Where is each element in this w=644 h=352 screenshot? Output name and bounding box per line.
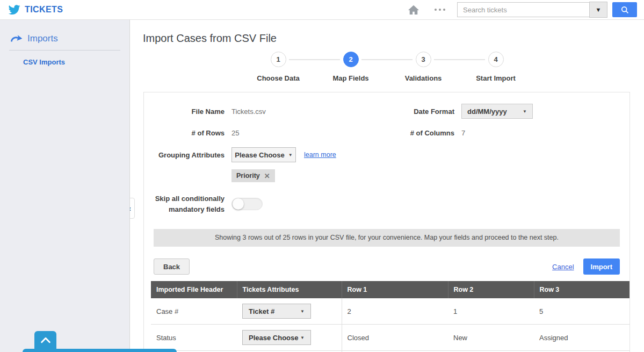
- date-format-label: Date Format: [366, 107, 454, 116]
- toggle-knob: [233, 198, 244, 210]
- brand-name: TICKETS: [25, 5, 63, 15]
- tag-label: Priority: [236, 172, 260, 179]
- import-settings-panel: File Name Tickets.csv Date Format dd/MM/…: [143, 92, 630, 352]
- step-label: Start Import: [476, 74, 516, 82]
- field-mapping-table: Imported File Header Tickets Attributes …: [151, 281, 629, 352]
- cancel-link[interactable]: Cancel: [552, 263, 574, 271]
- sidebar-collapse-button[interactable]: ‹: [130, 198, 135, 219]
- search-input[interactable]: [457, 2, 590, 17]
- grouping-attributes-label: Grouping Attributes: [154, 151, 225, 159]
- row3-cell: Assigned: [534, 325, 629, 351]
- mapping-dropdown[interactable]: Please Choose ▼: [242, 330, 311, 345]
- step-circle[interactable]: 3: [416, 52, 431, 67]
- field-cell: Case #: [151, 298, 237, 325]
- app-logo[interactable]: TICKETS: [7, 4, 63, 16]
- mapping-value: Please Choose: [249, 334, 299, 342]
- sidebar-section-label: Imports: [27, 33, 58, 44]
- grouping-attributes-dropdown[interactable]: Please Choose ▼: [231, 147, 296, 162]
- main-content: ‹ Import Cases from CSV File 1 Choose Da…: [130, 20, 644, 352]
- file-name-value: Tickets.csv: [231, 107, 366, 116]
- search-scope-dropdown[interactable]: ▼: [589, 2, 607, 18]
- col-row-1: Row 1: [342, 281, 448, 298]
- wizard-stepper: 1 Choose Data 2 Map Fields 3 Validations…: [249, 52, 525, 82]
- col-tickets-attributes: Tickets Attributes: [237, 281, 342, 298]
- step-label: Choose Data: [257, 74, 299, 82]
- import-button[interactable]: Import: [583, 258, 620, 275]
- home-icon[interactable]: [408, 4, 419, 15]
- magnifier-icon: [620, 5, 629, 15]
- expand-widget-button[interactable]: [34, 331, 56, 349]
- search-bar: ▼: [457, 2, 637, 18]
- remove-tag-icon[interactable]: ✕: [264, 172, 270, 180]
- grouping-attributes-value: Please Choose: [235, 151, 285, 159]
- priority-tag: Priority ✕: [231, 169, 275, 182]
- step-start-import[interactable]: 4 Start Import: [466, 52, 525, 82]
- columns-count-value: 7: [461, 129, 465, 137]
- more-options-icon[interactable]: [435, 9, 445, 11]
- learn-more-link[interactable]: learn more: [304, 151, 336, 159]
- date-format-value: dd/MM/yyyy: [467, 107, 507, 116]
- caret-down-icon: ▼: [523, 109, 527, 114]
- sidebar-item-csv-imports[interactable]: CSV Imports: [0, 58, 129, 66]
- sidebar-section-imports[interactable]: Imports: [0, 33, 129, 44]
- caret-down-icon: ▼: [288, 153, 293, 157]
- col-row-2: Row 2: [448, 281, 534, 298]
- table-header-row: Imported File Header Tickets Attributes …: [151, 281, 629, 298]
- row1-cell: Closed: [342, 325, 448, 351]
- page-title: Import Cases from CSV File: [143, 32, 644, 45]
- step-validations[interactable]: 3 Validations: [394, 52, 453, 82]
- date-format-dropdown[interactable]: dd/MM/yyyy ▼: [461, 104, 533, 119]
- rows-count-value: 25: [231, 129, 366, 137]
- rows-preview-notice: Showing 3 rows out of 25 rows in your CS…: [154, 229, 620, 247]
- row1-cell: 2: [342, 298, 448, 325]
- step-label: Map Fields: [332, 74, 368, 82]
- bird-icon: [7, 4, 21, 16]
- chevron-left-icon: ‹: [130, 204, 131, 213]
- row2-cell: 1: [448, 298, 534, 325]
- row2-cell: New: [448, 325, 534, 351]
- back-button[interactable]: Back: [154, 258, 190, 275]
- table-row: Status Please Choose ▼ Closed New Assign…: [151, 325, 629, 351]
- sidebar: Imports CSV Imports: [0, 20, 130, 352]
- columns-count-label: # of Columns: [366, 129, 454, 137]
- search-button[interactable]: [612, 2, 637, 17]
- chevron-down-icon: ▼: [596, 6, 602, 13]
- sidebar-divider: [9, 50, 120, 51]
- mapping-dropdown[interactable]: Ticket # ▼: [242, 304, 311, 319]
- skip-mandatory-toggle[interactable]: [231, 198, 263, 210]
- rows-count-label: # of Rows: [154, 129, 225, 137]
- curved-arrow-icon: [10, 34, 23, 44]
- file-name-label: File Name: [154, 107, 225, 116]
- step-circle[interactable]: 2: [343, 52, 359, 67]
- col-row-3: Row 3: [534, 281, 629, 298]
- skip-mandatory-label: Skip all conditionally mandatory fields: [154, 193, 225, 214]
- col-imported-file-header: Imported File Header: [151, 281, 237, 298]
- step-circle[interactable]: 1: [271, 52, 286, 67]
- caret-down-icon: ▼: [300, 309, 305, 314]
- table-row: Case # Ticket # ▼ 2 1 5: [151, 298, 629, 325]
- step-map-fields[interactable]: 2 Map Fields: [321, 52, 380, 82]
- field-cell: Status: [151, 325, 237, 351]
- chevron-up-icon: [40, 336, 52, 344]
- caret-down-icon: ▼: [300, 335, 305, 340]
- top-header: TICKETS ▼: [0, 0, 644, 20]
- step-label: Validations: [405, 74, 442, 82]
- step-choose-data[interactable]: 1 Choose Data: [249, 52, 308, 82]
- step-circle[interactable]: 4: [488, 52, 504, 67]
- mapping-value: Ticket #: [249, 307, 274, 315]
- row3-cell: 5: [534, 298, 629, 325]
